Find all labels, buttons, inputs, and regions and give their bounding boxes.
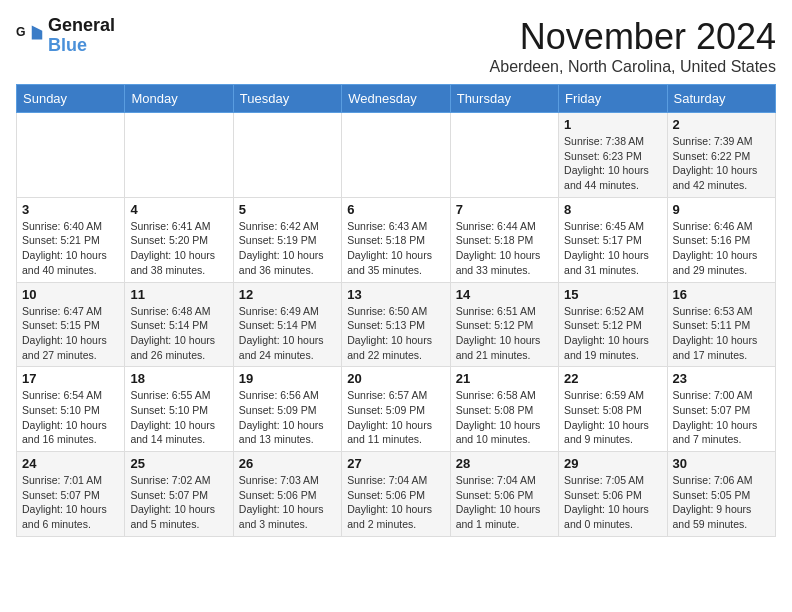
calendar-cell: 9Sunrise: 6:46 AM Sunset: 5:16 PM Daylig… [667,197,775,282]
calendar-cell: 17Sunrise: 6:54 AM Sunset: 5:10 PM Dayli… [17,367,125,452]
day-info: Sunrise: 7:02 AM Sunset: 5:07 PM Dayligh… [130,473,227,532]
week-row-4: 17Sunrise: 6:54 AM Sunset: 5:10 PM Dayli… [17,367,776,452]
weekday-header-thursday: Thursday [450,85,558,113]
day-number: 14 [456,287,553,302]
day-info: Sunrise: 6:47 AM Sunset: 5:15 PM Dayligh… [22,304,119,363]
calendar-cell: 4Sunrise: 6:41 AM Sunset: 5:20 PM Daylig… [125,197,233,282]
calendar-cell: 27Sunrise: 7:04 AM Sunset: 5:06 PM Dayli… [342,452,450,537]
calendar-cell: 12Sunrise: 6:49 AM Sunset: 5:14 PM Dayli… [233,282,341,367]
calendar-cell: 16Sunrise: 6:53 AM Sunset: 5:11 PM Dayli… [667,282,775,367]
logo: G GeneralBlue [16,16,115,56]
calendar-cell: 15Sunrise: 6:52 AM Sunset: 5:12 PM Dayli… [559,282,667,367]
day-number: 16 [673,287,770,302]
calendar-cell: 2Sunrise: 7:39 AM Sunset: 6:22 PM Daylig… [667,113,775,198]
day-number: 15 [564,287,661,302]
calendar-cell: 26Sunrise: 7:03 AM Sunset: 5:06 PM Dayli… [233,452,341,537]
weekday-header-saturday: Saturday [667,85,775,113]
day-info: Sunrise: 7:38 AM Sunset: 6:23 PM Dayligh… [564,134,661,193]
day-info: Sunrise: 7:06 AM Sunset: 5:05 PM Dayligh… [673,473,770,532]
week-row-1: 1Sunrise: 7:38 AM Sunset: 6:23 PM Daylig… [17,113,776,198]
calendar-cell: 22Sunrise: 6:59 AM Sunset: 5:08 PM Dayli… [559,367,667,452]
calendar-cell: 6Sunrise: 6:43 AM Sunset: 5:18 PM Daylig… [342,197,450,282]
day-number: 1 [564,117,661,132]
day-number: 3 [22,202,119,217]
calendar-cell: 29Sunrise: 7:05 AM Sunset: 5:06 PM Dayli… [559,452,667,537]
day-number: 9 [673,202,770,217]
calendar-cell: 3Sunrise: 6:40 AM Sunset: 5:21 PM Daylig… [17,197,125,282]
calendar-cell: 1Sunrise: 7:38 AM Sunset: 6:23 PM Daylig… [559,113,667,198]
calendar-cell: 5Sunrise: 6:42 AM Sunset: 5:19 PM Daylig… [233,197,341,282]
svg-marker-1 [32,25,43,39]
day-number: 25 [130,456,227,471]
calendar-cell [125,113,233,198]
day-number: 18 [130,371,227,386]
day-number: 20 [347,371,444,386]
calendar-cell: 30Sunrise: 7:06 AM Sunset: 5:05 PM Dayli… [667,452,775,537]
week-row-5: 24Sunrise: 7:01 AM Sunset: 5:07 PM Dayli… [17,452,776,537]
calendar-cell: 13Sunrise: 6:50 AM Sunset: 5:13 PM Dayli… [342,282,450,367]
day-info: Sunrise: 6:40 AM Sunset: 5:21 PM Dayligh… [22,219,119,278]
day-info: Sunrise: 6:54 AM Sunset: 5:10 PM Dayligh… [22,388,119,447]
day-info: Sunrise: 6:57 AM Sunset: 5:09 PM Dayligh… [347,388,444,447]
day-info: Sunrise: 7:01 AM Sunset: 5:07 PM Dayligh… [22,473,119,532]
day-info: Sunrise: 6:55 AM Sunset: 5:10 PM Dayligh… [130,388,227,447]
day-number: 19 [239,371,336,386]
calendar-cell: 19Sunrise: 6:56 AM Sunset: 5:09 PM Dayli… [233,367,341,452]
calendar-cell [450,113,558,198]
day-number: 27 [347,456,444,471]
logo-icon: G [16,22,44,50]
calendar-cell: 8Sunrise: 6:45 AM Sunset: 5:17 PM Daylig… [559,197,667,282]
calendar-table: SundayMondayTuesdayWednesdayThursdayFrid… [16,84,776,537]
weekday-header-sunday: Sunday [17,85,125,113]
day-number: 26 [239,456,336,471]
week-row-3: 10Sunrise: 6:47 AM Sunset: 5:15 PM Dayli… [17,282,776,367]
day-info: Sunrise: 6:49 AM Sunset: 5:14 PM Dayligh… [239,304,336,363]
day-number: 10 [22,287,119,302]
calendar-cell: 18Sunrise: 6:55 AM Sunset: 5:10 PM Dayli… [125,367,233,452]
calendar-cell [233,113,341,198]
day-info: Sunrise: 6:43 AM Sunset: 5:18 PM Dayligh… [347,219,444,278]
calendar-cell: 23Sunrise: 7:00 AM Sunset: 5:07 PM Dayli… [667,367,775,452]
calendar-cell: 11Sunrise: 6:48 AM Sunset: 5:14 PM Dayli… [125,282,233,367]
calendar-cell: 20Sunrise: 6:57 AM Sunset: 5:09 PM Dayli… [342,367,450,452]
day-number: 8 [564,202,661,217]
calendar-cell: 21Sunrise: 6:58 AM Sunset: 5:08 PM Dayli… [450,367,558,452]
day-info: Sunrise: 7:05 AM Sunset: 5:06 PM Dayligh… [564,473,661,532]
day-number: 6 [347,202,444,217]
day-info: Sunrise: 6:59 AM Sunset: 5:08 PM Dayligh… [564,388,661,447]
day-info: Sunrise: 7:00 AM Sunset: 5:07 PM Dayligh… [673,388,770,447]
day-info: Sunrise: 6:58 AM Sunset: 5:08 PM Dayligh… [456,388,553,447]
day-info: Sunrise: 7:04 AM Sunset: 5:06 PM Dayligh… [347,473,444,532]
day-number: 11 [130,287,227,302]
day-info: Sunrise: 6:50 AM Sunset: 5:13 PM Dayligh… [347,304,444,363]
weekday-header-wednesday: Wednesday [342,85,450,113]
location-title: Aberdeen, North Carolina, United States [490,58,776,76]
calendar-cell: 7Sunrise: 6:44 AM Sunset: 5:18 PM Daylig… [450,197,558,282]
day-info: Sunrise: 6:44 AM Sunset: 5:18 PM Dayligh… [456,219,553,278]
day-number: 5 [239,202,336,217]
weekday-header-row: SundayMondayTuesdayWednesdayThursdayFrid… [17,85,776,113]
day-number: 30 [673,456,770,471]
calendar-cell [17,113,125,198]
day-info: Sunrise: 7:39 AM Sunset: 6:22 PM Dayligh… [673,134,770,193]
day-info: Sunrise: 7:03 AM Sunset: 5:06 PM Dayligh… [239,473,336,532]
day-number: 12 [239,287,336,302]
header: G GeneralBlue November 2024 Aberdeen, No… [16,16,776,76]
day-info: Sunrise: 6:53 AM Sunset: 5:11 PM Dayligh… [673,304,770,363]
day-number: 7 [456,202,553,217]
weekday-header-friday: Friday [559,85,667,113]
day-info: Sunrise: 6:51 AM Sunset: 5:12 PM Dayligh… [456,304,553,363]
weekday-header-tuesday: Tuesday [233,85,341,113]
calendar-cell: 28Sunrise: 7:04 AM Sunset: 5:06 PM Dayli… [450,452,558,537]
calendar-cell: 24Sunrise: 7:01 AM Sunset: 5:07 PM Dayli… [17,452,125,537]
day-info: Sunrise: 6:56 AM Sunset: 5:09 PM Dayligh… [239,388,336,447]
day-number: 28 [456,456,553,471]
day-number: 21 [456,371,553,386]
day-info: Sunrise: 6:52 AM Sunset: 5:12 PM Dayligh… [564,304,661,363]
day-number: 22 [564,371,661,386]
week-row-2: 3Sunrise: 6:40 AM Sunset: 5:21 PM Daylig… [17,197,776,282]
calendar-cell: 10Sunrise: 6:47 AM Sunset: 5:15 PM Dayli… [17,282,125,367]
calendar-cell: 25Sunrise: 7:02 AM Sunset: 5:07 PM Dayli… [125,452,233,537]
day-number: 2 [673,117,770,132]
weekday-header-monday: Monday [125,85,233,113]
